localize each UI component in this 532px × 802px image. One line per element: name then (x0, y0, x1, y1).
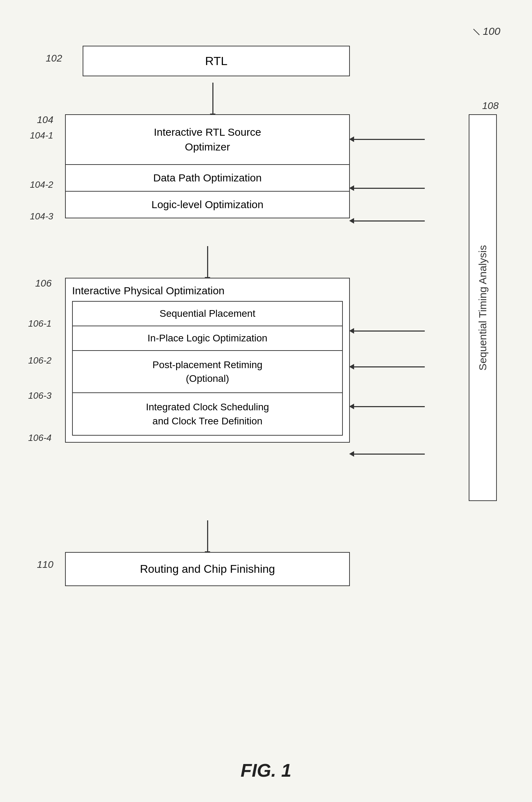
figure-number: FIG. 1 (241, 760, 291, 781)
rtl-label: RTL (205, 54, 227, 68)
ref-104-1: 104-1 (30, 130, 53, 141)
arrow-108-to-106-1 (353, 331, 425, 332)
arrow-108-to-106-3 (353, 406, 425, 407)
block-110-label: Routing and Chip Finishing (140, 563, 275, 575)
ref-106-2: 106-2 (28, 355, 52, 366)
arrow-104-to-106 (207, 246, 208, 278)
ref-106-3: 106-3 (28, 390, 52, 401)
block-106-inner: Sequential Placement In-Place Logic Opti… (72, 301, 343, 436)
arrow-108-to-104-3 (353, 220, 425, 222)
arrow-rtl-to-104 (212, 83, 213, 114)
sub-104-1-label: Interactive RTL SourceOptimizer (154, 126, 261, 153)
sub-block-104-3: Logic-level Optimization (66, 192, 349, 218)
ref-104-3: 104-3 (30, 211, 53, 222)
arrow-106-to-110 (207, 520, 208, 552)
sub-106-1-label: Sequential Placement (160, 308, 255, 319)
ref-106: 106 (35, 278, 52, 289)
sub-block-104-2: Data Path Optimization (66, 165, 349, 192)
sub-block-104-1: Interactive RTL SourceOptimizer (66, 115, 349, 165)
block-108: Sequential Timing Analysis (469, 114, 497, 501)
ref-108: 108 (482, 100, 499, 111)
ref-102: 102 (46, 53, 62, 64)
arrow-108-to-104-1 (353, 139, 425, 140)
block-108-text: Sequential Timing Analysis (477, 245, 489, 371)
sub-106-4-label: Integrated Clock Schedulingand Clock Tre… (146, 402, 269, 426)
sub-104-2-label: Data Path Optimization (153, 172, 262, 184)
arrow-108-to-106-2 (353, 366, 425, 367)
sub-block-106-2: In-Place Logic Optimization (73, 326, 342, 351)
ref-110: 110 (37, 559, 53, 570)
sub-block-106-3: Post-placement Retiming(Optional) (73, 351, 342, 393)
block-106-title: Interactive Physical Optimization (66, 278, 349, 301)
ref-104-2: 104-2 (30, 179, 53, 190)
arrow-108-to-104-2 (353, 188, 425, 189)
ref-106-1: 106-1 (28, 318, 52, 329)
sub-104-3-label: Logic-level Optimization (152, 199, 263, 210)
block-106-title-label: Interactive Physical Optimization (72, 285, 225, 296)
ref-106-4: 106-4 (28, 432, 52, 443)
rtl-box: RTL (83, 46, 350, 76)
sub-106-2-label: In-Place Logic Optimization (148, 333, 268, 344)
arrow-108-to-106-4 (353, 454, 425, 455)
diagram-container: 100 102 RTL 104 104-1 104-2 104-3 Intera… (0, 0, 532, 802)
block-106: Interactive Physical Optimization Sequen… (65, 278, 350, 443)
sub-block-106-1: Sequential Placement (73, 302, 342, 326)
ref-104: 104 (37, 114, 53, 126)
block-110: Routing and Chip Finishing (65, 552, 350, 586)
ref-100: 100 (483, 25, 500, 37)
sub-106-3-label: Post-placement Retiming(Optional) (153, 359, 263, 384)
sub-block-106-4: Integrated Clock Schedulingand Clock Tre… (73, 393, 342, 435)
block-104: Interactive RTL SourceOptimizer Data Pat… (65, 114, 350, 218)
